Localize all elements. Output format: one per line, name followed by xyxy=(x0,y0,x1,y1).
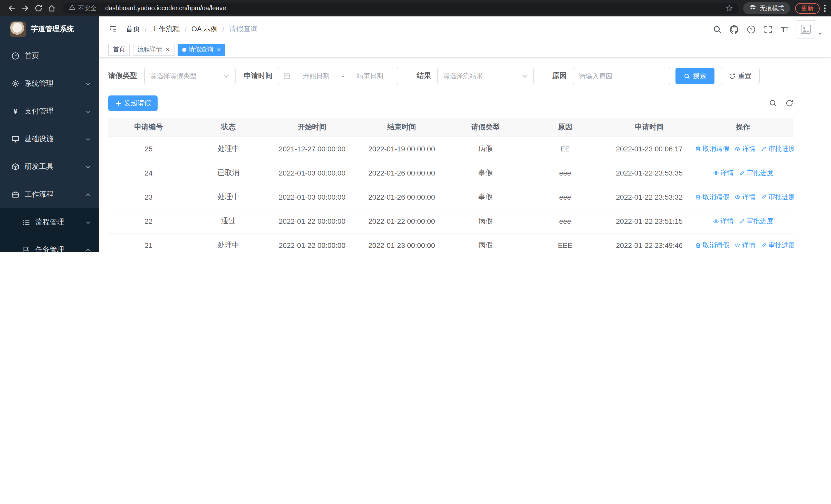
leave-type-select[interactable]: 请选择请假类型 xyxy=(144,68,236,84)
progress-link[interactable]: 审批进度 xyxy=(739,216,773,226)
eye-icon xyxy=(735,242,741,248)
cell-type: 病假 xyxy=(447,137,524,161)
cell-reason: EE xyxy=(524,137,606,161)
address-bar[interactable]: 不安全 dashboard.yudao.iocoder.cn/bpm/oa/le… xyxy=(63,2,739,14)
table-row: 21处理中2022-01-22 00:00:002022-01-23 00:00… xyxy=(108,233,794,252)
column-header: 请假类型 xyxy=(447,118,524,137)
detail-link[interactable]: 详情 xyxy=(735,240,755,250)
table-row: 22通过2022-01-22 00:00:002022-01-22 00:00:… xyxy=(108,209,794,233)
cell-type: 事假 xyxy=(447,185,524,209)
action-label: 审批进度 xyxy=(768,240,794,250)
detail-link[interactable]: 详情 xyxy=(713,168,734,177)
column-header: 申请时间 xyxy=(606,118,692,137)
tabs-bar: 首页流程详情×请假查询× xyxy=(99,42,831,58)
sidebar-item-process-mgmt[interactable]: 流程管理 xyxy=(0,208,99,236)
tab-请假查询[interactable]: 请假查询× xyxy=(177,43,225,56)
column-header: 状态 xyxy=(189,118,268,137)
browser-chrome: 不安全 dashboard.yudao.iocoder.cn/bpm/oa/le… xyxy=(0,0,831,17)
action-label: 详情 xyxy=(720,216,734,226)
gear-icon xyxy=(11,79,20,88)
back-icon[interactable] xyxy=(5,2,19,15)
not-secure-indicator[interactable]: 不安全 xyxy=(69,4,96,12)
breadcrumb-item[interactable]: 首页 xyxy=(126,25,140,34)
progress-link[interactable]: 审批进度 xyxy=(761,144,794,153)
progress-link[interactable]: 审批进度 xyxy=(761,192,794,202)
sidebar-item-label: 首页 xyxy=(25,51,39,61)
reason-input[interactable] xyxy=(573,68,670,84)
collapse-sidebar-icon[interactable] xyxy=(107,24,119,35)
sidebar-item-system[interactable]: 系统管理 xyxy=(0,70,99,97)
action-label: 审批进度 xyxy=(747,216,773,226)
cell-applied: 2022-01-23 00:06:17 xyxy=(606,137,692,161)
detail-link[interactable]: 详情 xyxy=(735,144,755,153)
create-leave-button[interactable]: 发起请假 xyxy=(108,95,157,111)
chevron-down-icon xyxy=(85,136,91,142)
url-text: dashboard.yudao.iocoder.cn/bpm/oa/leave xyxy=(105,5,226,12)
cancel-link[interactable]: 取消请假 xyxy=(695,192,729,202)
eye-icon xyxy=(735,194,741,200)
sidebar-item-devtools[interactable]: 研发工具 xyxy=(0,153,99,181)
breadcrumb-separator: / xyxy=(145,25,147,33)
cell-type: 事假 xyxy=(447,161,524,185)
show-search-icon[interactable] xyxy=(769,99,777,107)
help-icon[interactable]: ? xyxy=(747,25,756,34)
sidebar-item-infra[interactable]: 基础设施 xyxy=(0,125,99,153)
forward-icon[interactable] xyxy=(19,2,32,15)
github-icon[interactable] xyxy=(730,25,739,34)
pen-icon xyxy=(739,218,745,224)
breadcrumb-item[interactable]: OA 示例 xyxy=(192,25,218,34)
sidebar-item-home[interactable]: 首页 xyxy=(0,42,99,70)
progress-link[interactable]: 审批进度 xyxy=(739,168,773,177)
table-row: 25处理中2021-12-27 00:00:002022-01-19 00:00… xyxy=(108,137,794,161)
close-icon[interactable]: × xyxy=(166,46,170,53)
cell-actions: 详情审批进度 xyxy=(692,161,794,185)
cell-reason: eee xyxy=(524,185,606,209)
chevron-up-icon xyxy=(85,247,91,252)
close-icon[interactable]: × xyxy=(217,46,221,53)
tab-首页[interactable]: 首页 xyxy=(108,43,130,56)
reset-button[interactable]: 重置 xyxy=(721,68,760,84)
fullscreen-icon[interactable] xyxy=(764,25,773,34)
search-button[interactable]: 搜索 xyxy=(676,68,715,84)
home-icon[interactable] xyxy=(45,2,58,15)
detail-link[interactable]: 详情 xyxy=(735,192,755,202)
search-icon[interactable] xyxy=(713,25,722,34)
tab-流程详情[interactable]: 流程详情× xyxy=(133,43,174,56)
sidebar-item-task-mgmt[interactable]: 任务管理 xyxy=(0,236,99,252)
chrome-update-button[interactable]: 更新 xyxy=(795,3,820,13)
cell-end: 2022-01-19 00:00:00 xyxy=(356,137,447,161)
yen-icon: ¥ xyxy=(11,107,20,116)
cell-status: 处理中 xyxy=(189,137,268,161)
app-logo: 芋道管理系统 xyxy=(0,17,99,42)
refresh-table-icon[interactable] xyxy=(785,99,794,107)
browser-menu-icon[interactable] xyxy=(824,4,826,12)
font-size-icon[interactable]: TT xyxy=(781,25,789,33)
incognito-label: 无痕模式 xyxy=(760,4,784,12)
cancel-link[interactable]: 取消请假 xyxy=(695,240,729,250)
date-range-picker[interactable]: 开始日期 - 结束日期 xyxy=(278,68,398,84)
svg-text:¥: ¥ xyxy=(13,108,17,115)
sidebar-item-label: 研发工具 xyxy=(25,162,53,171)
cell-end: 2022-01-26 00:00:00 xyxy=(356,185,447,209)
incognito-icon xyxy=(749,4,756,13)
cell-status: 通过 xyxy=(189,209,268,233)
reason-label: 原因 xyxy=(552,71,567,81)
bookmark-star-icon[interactable] xyxy=(726,5,733,12)
chevron-down-icon xyxy=(85,81,91,87)
cell-reason: EEE xyxy=(524,233,606,252)
user-menu[interactable] xyxy=(797,20,823,38)
sidebar-item-workflow[interactable]: 工作流程 xyxy=(0,181,99,208)
cell-start: 2021-12-27 00:00:00 xyxy=(268,137,356,161)
detail-link[interactable]: 详情 xyxy=(713,216,734,226)
progress-link[interactable]: 审批进度 xyxy=(761,240,794,250)
date-separator: - xyxy=(342,72,344,80)
reload-icon[interactable] xyxy=(32,2,45,15)
svg-text:?: ? xyxy=(750,27,753,32)
cancel-link[interactable]: 取消请假 xyxy=(695,144,729,153)
sidebar-item-payment[interactable]: ¥支付管理 xyxy=(0,97,99,125)
result-select[interactable]: 请选择流结果 xyxy=(437,68,534,84)
cell-applied: 2022-01-22 23:53:32 xyxy=(606,185,692,209)
filter-form: 请假类型 请选择请假类型 申请时间 开始日期 - 结束日期 xyxy=(108,68,794,84)
tab-label: 请假查询 xyxy=(189,45,213,54)
breadcrumb-item[interactable]: 工作流程 xyxy=(151,25,180,34)
